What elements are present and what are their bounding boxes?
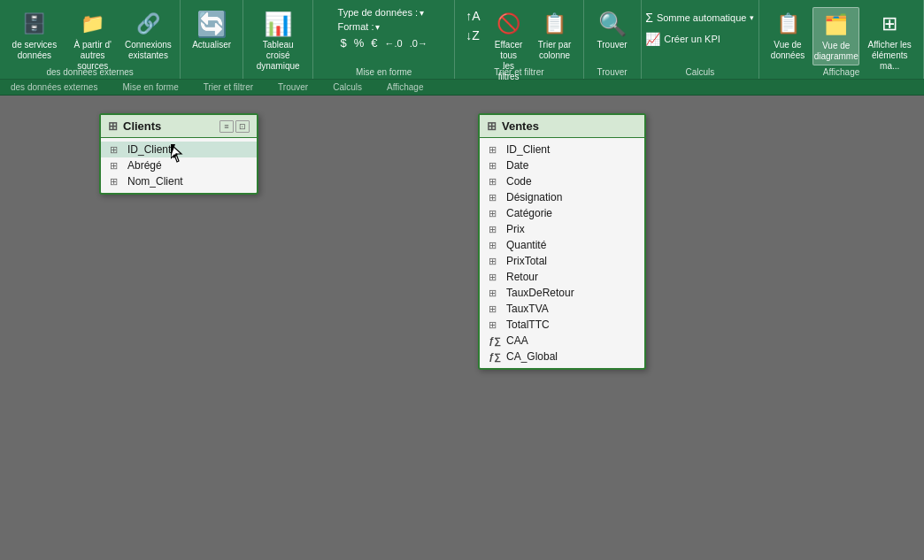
- clients-minimize-btn[interactable]: ≡: [219, 120, 234, 133]
- bottom-label-calculs[interactable]: Calculs: [329, 82, 366, 92]
- creer-kpi-button[interactable]: 📈 Créer un KPI: [642, 30, 724, 48]
- ribbon-buttons-affichage: 📋 Vue dedonnées 🗂️ Vue dediagramme ⊞ Aff…: [766, 4, 916, 75]
- ventes-field-quantit-[interactable]: ⊞Quantité: [480, 237, 644, 253]
- ribbon: 🗄️ de services données 📁 À partir d'autr…: [0, 0, 924, 80]
- decrease-decimal-btn[interactable]: ←.0: [382, 37, 405, 50]
- type-de-donnees-row: Type de données : ▾: [338, 7, 425, 18]
- clients-field-id-client[interactable]: ⊞ ID_Client: [101, 142, 257, 157]
- vue-donnees-button[interactable]: 📋 Vue dedonnées: [766, 7, 809, 64]
- ventes-field-code[interactable]: ⊞Code: [480, 173, 644, 189]
- connections-button[interactable]: 🔗 Connexionsexistantes: [124, 7, 173, 64]
- clear-filters-icon: 🚫: [495, 10, 523, 38]
- clients-field-abrege[interactable]: ⊞ Abrégé: [101, 157, 257, 173]
- ca_global-sigma-icon: ƒ∑: [489, 351, 501, 362]
- dollar-btn[interactable]: $: [338, 35, 350, 50]
- bottom-label-format[interactable]: Mise en forme: [119, 82, 181, 92]
- percent-btn[interactable]: %: [351, 35, 367, 50]
- ventes-field-ca-global[interactable]: ƒ∑CA_Global: [480, 349, 644, 364]
- ventes-field-caa[interactable]: ƒ∑CAA: [480, 333, 644, 349]
- vue-diagramme-label: Vue dediagramme: [814, 41, 859, 62]
- catégorie-table-icon: ⊞: [489, 208, 501, 219]
- services-label: de services données: [12, 40, 58, 61]
- connections-icon: 🔗: [134, 10, 162, 38]
- ventes-field-date[interactable]: ⊞Date: [480, 157, 644, 173]
- désignation-field-label: Désignation: [506, 191, 562, 203]
- find-button[interactable]: 🔍 Trouver: [591, 7, 634, 53]
- nom-client-label: Nom_Client: [127, 175, 183, 188]
- tauxderetour-field-label: TauxDeRetour: [506, 287, 574, 299]
- vue-diagramme-button[interactable]: 🗂️ Vue dediagramme: [812, 7, 859, 65]
- ventes-field-retour[interactable]: ⊞Retour: [480, 269, 644, 285]
- somme-auto-button[interactable]: Σ Somme automatique ▾: [642, 9, 758, 27]
- ventes-field-tauxderetour[interactable]: ⊞TauxDeRetour: [480, 285, 644, 301]
- ventes-field-totalttc[interactable]: ⊞TotalTTC: [480, 317, 644, 333]
- catégorie-field-label: Catégorie: [506, 207, 552, 219]
- ribbon-group-refresh: 🔄 Actualiser: [181, 0, 243, 79]
- ribbon-buttons-format: Type de données : ▾ Format : ▾ $ % € ←.0…: [338, 4, 430, 75]
- désignation-table-icon: ⊞: [489, 192, 501, 203]
- somme-auto-chevron: ▾: [750, 13, 754, 22]
- bottom-label-find[interactable]: Trouver: [274, 82, 312, 92]
- from-other-sources-button[interactable]: 📁 À partir d'autres sources: [65, 7, 120, 74]
- format-symbols-row: $ % € ←.0 .0→: [338, 35, 430, 50]
- caa-field-label: CAA: [506, 334, 528, 347]
- sort-by-column-label: Trier parcolonne: [538, 40, 571, 61]
- diagram-canvas: ⊞ Clients ≡ ⊡ ⊞ ID_Client ⊞ Abrégé ⊞ Nom…: [0, 96, 924, 560]
- vue-donnees-icon: 📋: [774, 10, 802, 38]
- refresh-button[interactable]: 🔄 Actualiser: [188, 7, 235, 53]
- afficher-elements-icon: ⊞: [875, 10, 904, 38]
- vue-donnees-label: Vue dedonnées: [771, 40, 805, 61]
- ventes-field-prix[interactable]: ⊞Prix: [480, 221, 644, 237]
- tauxderetour-table-icon: ⊞: [489, 288, 501, 299]
- ventes-fields: ⊞ID_Client⊞Date⊞Code⊞Désignation⊞Catégor…: [480, 138, 644, 368]
- prixtotal-table-icon: ⊞: [489, 256, 501, 267]
- sort-by-column-button[interactable]: 📋 Trier parcolonne: [534, 7, 576, 64]
- retour-table-icon: ⊞: [489, 272, 501, 283]
- id_client-field-label: ID_Client: [506, 143, 550, 156]
- sort-az-button[interactable]: ↑A: [462, 7, 483, 25]
- ventes-field-d-signation[interactable]: ⊞Désignation: [480, 189, 644, 205]
- clients-table-card[interactable]: ⊞ Clients ≡ ⊡ ⊞ ID_Client ⊞ Abrégé ⊞ Nom…: [99, 113, 258, 195]
- date-field-label: Date: [506, 159, 528, 172]
- clients-fields: ⊞ ID_Client ⊞ Abrégé ⊞ Nom_Client: [101, 138, 257, 193]
- code-table-icon: ⊞: [489, 176, 501, 188]
- type-de-donnees-dropdown-icon: ▾: [420, 8, 424, 18]
- clients-card-header: ⊞ Clients ≡ ⊡: [101, 115, 257, 138]
- sort-za-icon: ↓Z: [466, 28, 480, 42]
- ventes-field-tauxtva[interactable]: ⊞TauxTVA: [480, 301, 644, 317]
- clients-expand-btn[interactable]: ⊡: [235, 120, 250, 133]
- pivot-button[interactable]: 📊 Tableau croisédynamique: [250, 7, 305, 74]
- ventes-field-prixtotal[interactable]: ⊞PrixTotal: [480, 253, 644, 269]
- bottom-label-external[interactable]: des données externes: [7, 82, 101, 92]
- sort-za-button[interactable]: ↓Z: [462, 27, 483, 44]
- format-label: Format :: [338, 21, 374, 32]
- ventes-table-card[interactable]: ⊞ Ventes ⊞ID_Client⊞Date⊞Code⊞Désignatio…: [478, 113, 646, 370]
- ventes-field-cat-gorie[interactable]: ⊞Catégorie: [480, 205, 644, 221]
- quantité-table-icon: ⊞: [489, 240, 501, 251]
- bottom-label-sort[interactable]: Trier et filtrer: [200, 82, 257, 92]
- caa-sigma-icon: ƒ∑: [489, 335, 501, 346]
- type-de-donnees-label: Type de données :: [338, 7, 419, 18]
- euro-btn[interactable]: €: [368, 35, 380, 50]
- ventes-title-text: Ventes: [502, 119, 539, 133]
- ribbon-group-external-data: 🗄️ de services données 📁 À partir d'autr…: [0, 0, 181, 79]
- afficher-elements-button[interactable]: ⊞ Afficher leséléments ma...: [863, 7, 916, 74]
- ribbon-group-calculs: Σ Somme automatique ▾ 📈 Créer un KPI Cal…: [642, 0, 759, 79]
- services-button[interactable]: 🗄️ de services données: [7, 7, 62, 64]
- ventes-field-id-client[interactable]: ⊞ID_Client: [480, 142, 644, 157]
- prix-field-label: Prix: [506, 223, 525, 235]
- find-group-label: Trouver: [584, 67, 641, 77]
- bottom-label-affichage[interactable]: Affichage: [383, 82, 427, 92]
- refresh-label: Actualiser: [192, 40, 231, 50]
- increase-decimal-btn[interactable]: .0→: [407, 37, 430, 50]
- calculs-group-label: Calculs: [642, 67, 758, 77]
- ribbon-group-trier: ↑A ↓Z 🚫 Effacer tousles filtres 📋 Trier …: [455, 0, 583, 79]
- clients-title-text: Clients: [123, 119, 161, 133]
- abrege-icon: ⊞: [110, 160, 122, 172]
- date-table-icon: ⊞: [489, 160, 501, 172]
- ribbon-buttons-find: 🔍 Trouver: [591, 4, 634, 75]
- nom-client-icon: ⊞: [110, 176, 122, 188]
- format-dropdown-icon: ▾: [375, 22, 380, 32]
- clients-field-nom-client[interactable]: ⊞ Nom_Client: [101, 173, 257, 189]
- prix-table-icon: ⊞: [489, 224, 501, 235]
